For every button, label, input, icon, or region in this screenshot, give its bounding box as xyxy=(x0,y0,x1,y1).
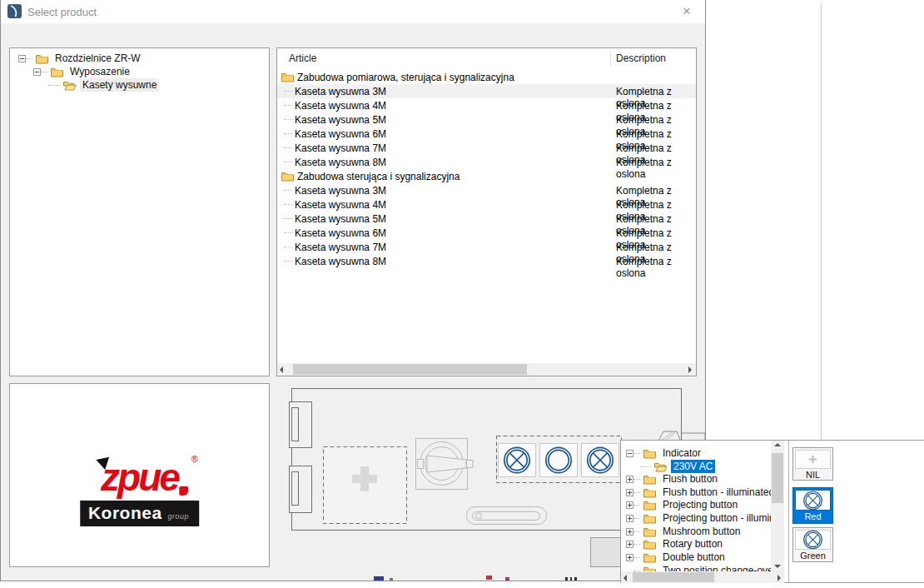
scrollbar-thumb[interactable] xyxy=(293,364,527,375)
expand-expander-icon[interactable] xyxy=(626,528,633,536)
popup-item-230v-ac[interactable]: 230V AC xyxy=(641,460,715,473)
article-row[interactable]: Kaseta wysuwna 7M Kompletna z oslona xyxy=(277,141,696,155)
list-header: Article Description xyxy=(277,48,696,69)
product-type-tree: Indicator 230V AC Flush button Flush but… xyxy=(621,441,771,571)
collapse-expander-icon[interactable] xyxy=(18,55,26,62)
screen: Select product ✕ Rozdzielnice ZR-W Wypos… xyxy=(0,0,924,588)
article-row[interactable]: Kaseta wysuwna 6M Kompletna z oslona xyxy=(277,127,696,141)
collapse-expander-icon[interactable] xyxy=(626,450,633,457)
popup-vertical-scrollbar[interactable] xyxy=(771,441,784,571)
folder-icon xyxy=(50,67,64,77)
article-row[interactable]: Kaseta wysuwna 5M Kompletna z oslona xyxy=(277,112,696,127)
article-row-selected[interactable]: Kaseta wysuwna 3M Kompletna z oslona xyxy=(277,84,696,98)
scroll-left-button[interactable] xyxy=(621,571,633,583)
folder-icon xyxy=(643,474,657,485)
article-row[interactable]: Kaseta wysuwna 3M Kompletna z oslona xyxy=(277,183,696,197)
article-row[interactable]: Kaseta wysuwna 4M Kompletna z oslona xyxy=(277,98,696,112)
zpue-logo: zpue ® Koroneagroup xyxy=(75,461,205,526)
swatch-red-selected[interactable]: Red xyxy=(792,487,833,524)
column-description[interactable]: Description xyxy=(616,52,666,64)
scroll-right-button[interactable] xyxy=(772,571,784,583)
collapse-expander-icon[interactable] xyxy=(33,68,41,76)
tree-item-rozdzielnice[interactable]: Rozdzielnice ZR-W xyxy=(18,52,143,65)
group-row[interactable]: Zabudowa pomiarowa, sterująca i sygnaliz… xyxy=(277,70,696,84)
horizontal-scrollbar[interactable] xyxy=(277,363,696,376)
folder-icon xyxy=(643,552,657,563)
expand-expander-icon[interactable] xyxy=(626,541,633,548)
article-row[interactable]: Kaseta wysuwna 4M Kompletna z oslona xyxy=(277,197,696,212)
popup-divider xyxy=(788,441,789,582)
folder-icon xyxy=(643,513,657,524)
background-window-edge xyxy=(821,3,822,440)
article-row[interactable]: Kaseta wysuwna 8M Kompletna z oslona xyxy=(277,155,696,169)
logo-brand-text: zpue xyxy=(101,456,178,499)
popup-item-label-selected[interactable]: 230V AC xyxy=(671,460,715,473)
expand-expander-icon[interactable] xyxy=(626,554,633,561)
indicator-lamp-icon xyxy=(795,490,831,511)
expand-expander-icon[interactable] xyxy=(626,476,633,483)
swatch-nil[interactable]: NIL xyxy=(792,447,833,481)
article-row[interactable]: Kaseta wysuwna 5M Kompletna z oslona xyxy=(277,212,696,226)
scroll-down-button[interactable] xyxy=(771,560,784,571)
expand-expander-icon[interactable] xyxy=(626,489,633,496)
nil-plus-icon xyxy=(795,450,831,469)
group-row[interactable]: Zabudowa sterująca i sygnalizacyjna xyxy=(277,169,696,183)
popup-item-flush-button[interactable]: Flush button xyxy=(626,472,720,486)
expand-expander-icon[interactable] xyxy=(626,501,633,509)
tree-item-wyposazenie[interactable]: Wyposazenie xyxy=(33,65,132,78)
column-article[interactable]: Article xyxy=(289,52,316,64)
folder-icon xyxy=(643,566,657,572)
folder-icon xyxy=(281,72,295,82)
product-type-popup: Indicator 230V AC Flush button Flush but… xyxy=(620,440,924,583)
category-tree-panel: Rozdzielnice ZR-W Wyposazenie Kasety wys… xyxy=(9,47,270,376)
article-row[interactable]: Kaseta wysuwna 8M Kompletna z oslona xyxy=(277,254,696,268)
popup-item-projecting-button-illuminated[interactable]: Projecting button - illuminated xyxy=(626,511,771,525)
tree-item-label-selected[interactable]: Kasety wysuwne xyxy=(80,78,159,92)
folder-icon xyxy=(643,487,657,498)
close-icon[interactable]: ✕ xyxy=(677,2,697,22)
scroll-up-button[interactable] xyxy=(771,441,784,452)
tree-item-label[interactable]: Wyposazenie xyxy=(67,65,132,78)
logo-arrow-icon xyxy=(87,451,109,470)
folder-icon xyxy=(281,171,295,182)
scroll-left-button[interactable] xyxy=(277,363,290,376)
registered-mark: ® xyxy=(191,454,198,464)
preview-panel: zpue ® Koroneagroup xyxy=(9,383,270,567)
popup-horizontal-scrollbar[interactable] xyxy=(621,571,784,583)
expand-expander-icon[interactable] xyxy=(626,515,633,522)
scroll-right-button[interactable] xyxy=(683,363,696,376)
koronea-badge: Koroneagroup xyxy=(80,501,199,526)
popup-item-double-button[interactable]: Double button xyxy=(626,551,728,564)
folder-open-icon xyxy=(62,80,77,91)
scrollbar-thumb[interactable] xyxy=(633,572,714,582)
logo-dot xyxy=(179,486,188,496)
folder-icon xyxy=(643,500,657,511)
article-row[interactable]: Kaseta wysuwna 6M Kompletna z oslona xyxy=(277,226,696,240)
app-icon xyxy=(7,4,22,18)
article-row[interactable]: Kaseta wysuwna 7M Kompletna z oslona xyxy=(277,240,696,254)
swatch-green[interactable]: Green xyxy=(792,527,833,562)
popup-item-indicator[interactable]: Indicator xyxy=(626,446,703,460)
article-list-panel: Article Description Zabudowa pomiarowa, … xyxy=(276,47,697,376)
select-product-dialog: Select product ✕ Rozdzielnice ZR-W Wypos… xyxy=(0,0,706,581)
indicator-lamp-icon xyxy=(795,530,831,550)
popup-item-projecting-button[interactable]: Projecting button xyxy=(626,498,740,511)
popup-item-mushroom-button[interactable]: Mushroom button xyxy=(626,525,743,538)
folder-icon xyxy=(643,526,657,537)
folder-icon xyxy=(643,448,657,459)
scrollbar-thumb[interactable] xyxy=(772,453,783,503)
folder-open-icon xyxy=(653,461,668,472)
popup-item-rotary-button[interactable]: Rotary button xyxy=(626,537,725,551)
folder-icon xyxy=(35,53,49,64)
popup-item-flush-button-illuminated[interactable]: Flush button - illuminated xyxy=(626,486,771,499)
popup-item-two-position[interactable]: Two position change-over sw xyxy=(626,564,771,571)
tree-item-kasety-wysuwne[interactable]: Kasety wysuwne xyxy=(48,78,159,92)
column-separator[interactable] xyxy=(610,51,611,67)
titlebar: Select product ✕ xyxy=(1,0,705,23)
tree-item-label[interactable]: Rozdzielnice ZR-W xyxy=(52,52,143,65)
folder-icon xyxy=(643,539,657,550)
window-title: Select product xyxy=(27,6,97,18)
